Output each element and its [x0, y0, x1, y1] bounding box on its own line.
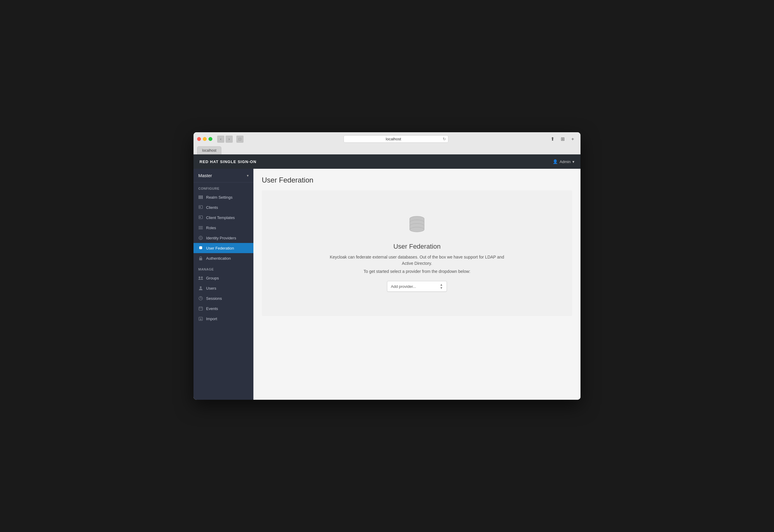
import-label: Import [206, 317, 217, 321]
content-area: Master ▾ Configure Realm Settings [193, 169, 580, 400]
manage-section-label: Manage [193, 263, 254, 273]
forward-button[interactable]: › [226, 136, 233, 143]
events-label: Events [206, 306, 218, 311]
realm-name: Master [198, 173, 212, 178]
svg-rect-14 [199, 258, 202, 260]
tab-button[interactable]: □ [236, 136, 244, 143]
realm-chevron: ▾ [247, 174, 249, 178]
traffic-lights [197, 137, 213, 141]
browser-actions: ⬆ ⊞ + [548, 136, 577, 143]
identity-providers-label: Identity Providers [206, 236, 236, 240]
sessions-icon [198, 296, 203, 301]
user-chevron: ▾ [572, 159, 574, 164]
app-container: RED HAT SINGLE SIGN-ON 👤 Admin ▾ Master … [193, 154, 580, 400]
sidebar-item-events[interactable]: Events [193, 303, 254, 314]
add-provider-dropdown[interactable]: Add provider... ▲▼ [387, 281, 447, 292]
refresh-icon[interactable]: ↻ [443, 137, 446, 141]
browser-chrome: ‹ › □ ↻ ⬆ ⊞ + localhost [193, 132, 580, 154]
back-button[interactable]: ‹ [217, 136, 224, 143]
sidebar-item-import[interactable]: Import [193, 314, 254, 324]
user-menu[interactable]: 👤 Admin ▾ [553, 159, 574, 164]
roles-label: Roles [206, 226, 216, 230]
federation-icon-container [406, 215, 427, 237]
sidebar-item-users[interactable]: Users [193, 283, 254, 293]
svg-rect-9 [199, 229, 203, 229]
maximize-button[interactable] [209, 137, 213, 141]
users-label: Users [206, 286, 216, 291]
user-federation-icon [198, 246, 203, 250]
main-content: User Federation [254, 169, 580, 400]
new-tab-button[interactable]: ⊞ [558, 136, 567, 143]
realm-selector[interactable]: Master ▾ [193, 169, 254, 183]
configure-section-label: Configure [193, 183, 254, 192]
sidebar-item-roles[interactable]: Roles [193, 223, 254, 233]
clients-icon [198, 205, 203, 210]
browser-window: ‹ › □ ↻ ⬆ ⊞ + localhost RED HAT SINGLE [193, 132, 580, 400]
federation-panel-title: User Federation [393, 243, 441, 250]
share-button[interactable]: ⬆ [548, 136, 556, 143]
user-name: Admin [559, 159, 570, 164]
authentication-icon [198, 256, 203, 261]
sidebar-item-groups[interactable]: Groups [193, 273, 254, 283]
groups-label: Groups [206, 276, 219, 280]
sidebar-item-user-federation[interactable]: User Federation [193, 243, 254, 253]
users-icon [198, 286, 203, 291]
sidebar-item-clients[interactable]: Clients [193, 202, 254, 212]
realm-settings-icon [198, 195, 203, 200]
sidebar-item-authentication[interactable]: Authentication [193, 253, 254, 263]
svg-point-15 [199, 276, 201, 278]
close-button[interactable] [197, 137, 201, 141]
roles-icon [198, 225, 203, 230]
database-icon [406, 215, 427, 235]
sidebar-item-realm-settings[interactable]: Realm Settings [193, 192, 254, 202]
svg-point-39 [410, 227, 424, 232]
federation-instruction: To get started select a provider from th… [364, 269, 470, 274]
authentication-label: Authentication [206, 256, 231, 261]
events-icon [198, 306, 203, 311]
add-button[interactable]: + [568, 136, 577, 143]
add-provider-label: Add provider... [391, 284, 416, 289]
svg-point-17 [200, 286, 202, 288]
sidebar: Master ▾ Configure Realm Settings [193, 169, 254, 400]
browser-nav: ‹ › □ [217, 136, 244, 143]
browser-tabs: localhost [197, 146, 577, 154]
svg-rect-8 [199, 227, 203, 228]
sidebar-item-sessions[interactable]: Sessions [193, 293, 254, 303]
select-arrows-icon: ▲▼ [440, 283, 443, 290]
svg-rect-6 [200, 217, 201, 218]
content-panel: User Federation Keycloak can federate ex… [262, 190, 572, 316]
page-title: User Federation [262, 176, 572, 184]
svg-point-16 [201, 276, 203, 278]
sessions-label: Sessions [206, 296, 222, 301]
identity-providers-icon [198, 235, 203, 240]
sidebar-item-identity-providers[interactable]: Identity Providers [193, 233, 254, 243]
clients-label: Clients [206, 205, 218, 210]
address-bar-wrapper: ↻ [344, 135, 448, 143]
svg-rect-21 [199, 307, 203, 310]
svg-rect-7 [199, 226, 203, 227]
address-bar[interactable] [344, 135, 448, 143]
user-federation-label: User Federation [206, 246, 234, 250]
client-templates-icon [198, 215, 203, 220]
browser-titlebar: ‹ › □ ↻ ⬆ ⊞ + [197, 135, 577, 143]
svg-rect-2 [202, 195, 203, 199]
user-icon: 👤 [553, 159, 558, 164]
federation-description: Keycloak can federate external user data… [327, 254, 507, 267]
top-navbar: RED HAT SINGLE SIGN-ON 👤 Admin ▾ [193, 154, 580, 169]
app-brand: RED HAT SINGLE SIGN-ON [200, 159, 257, 164]
minimize-button[interactable] [203, 137, 207, 141]
active-tab[interactable]: localhost [197, 146, 221, 154]
sidebar-item-client-templates[interactable]: Client Templates [193, 212, 254, 223]
svg-rect-1 [200, 195, 201, 199]
import-icon [198, 316, 203, 321]
address-bar-container: ↻ [246, 135, 546, 143]
groups-icon [198, 276, 203, 280]
realm-settings-label: Realm Settings [206, 195, 233, 200]
svg-rect-0 [199, 195, 200, 199]
client-templates-label: Client Templates [206, 215, 235, 220]
svg-rect-4 [200, 206, 201, 208]
